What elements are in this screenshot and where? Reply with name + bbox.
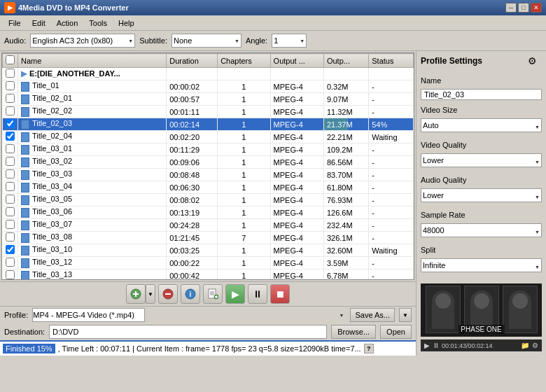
menu-file[interactable]: File — [3, 18, 27, 29]
pause-button[interactable]: ⏸ — [248, 284, 267, 304]
video-size-select[interactable]: Auto — [421, 118, 542, 132]
destination-input[interactable] — [49, 325, 327, 339]
add-button[interactable] — [126, 284, 146, 304]
table-row[interactable]: Title_03_0100:11:291MPEG-4109.2M- — [3, 144, 414, 156]
prev-play-button[interactable]: ▶ — [424, 341, 430, 350]
audio-quality-label: Audio Quality — [421, 176, 542, 184]
gear-icon[interactable]: ⚙ — [528, 55, 542, 69]
table-row[interactable]: Title_03_0500:08:021MPEG-476.93M- — [3, 194, 414, 206]
profile-label: Profile: — [4, 311, 28, 319]
file-table-container[interactable]: Name Duration Chapters Output ... Outp..… — [1, 52, 414, 280]
subtitle-label: Subtitle: — [139, 36, 167, 45]
prev-pause-button[interactable]: ⏸ — [432, 341, 440, 350]
menu-action[interactable]: Action — [51, 18, 84, 29]
prev-folder-button[interactable]: 📁 — [520, 341, 530, 350]
help-button[interactable]: ? — [364, 344, 374, 354]
col-output-size: Outp... — [323, 54, 368, 68]
table-row[interactable]: Title_03_1300:00:421MPEG-46.78M- — [3, 270, 414, 281]
table-row[interactable]: Title_02_0300:02:141MPEG-421.37M54% — [3, 118, 414, 131]
table-row[interactable]: Title_03_0700:24:281MPEG-4232.4M- — [3, 219, 414, 232]
row-checkbox[interactable] — [6, 144, 15, 153]
split-select[interactable]: Infinite — [421, 258, 542, 272]
svg-text:i: i — [190, 290, 192, 298]
minimize-button[interactable]: ─ — [505, 3, 517, 13]
name-input[interactable] — [421, 89, 542, 100]
table-row[interactable]: Title_03_0200:09:061MPEG-486.56M- — [3, 156, 414, 169]
table-row[interactable]: Title_03_1200:00:221MPEG-43.59M- — [3, 257, 414, 270]
video-quality-select[interactable]: Lower — [421, 153, 542, 167]
new-file-button[interactable] — [203, 284, 223, 304]
table-row[interactable]: Title_02_0100:00:571MPEG-49.07M- — [3, 93, 414, 106]
row-checkbox[interactable] — [6, 195, 15, 204]
table-row[interactable]: Title_03_0801:21:457MPEG-4326.1M- — [3, 232, 414, 244]
row-checkbox[interactable] — [6, 258, 15, 267]
row-duration: 00:13:19 — [167, 206, 218, 219]
play-button[interactable]: ▶ — [225, 284, 245, 304]
close-button[interactable]: ✕ — [531, 3, 542, 13]
profile-select[interactable]: MP4 - MPEG-4 Video (*.mp4) — [32, 308, 145, 322]
row-output-size: 109.2M — [323, 144, 368, 156]
destination-row: Destination: Browse... Open — [0, 323, 416, 340]
subtitle-select[interactable]: None — [172, 34, 241, 48]
menu-tools[interactable]: Tools — [83, 18, 113, 29]
row-duration: 01:21:45 — [167, 232, 218, 244]
row-checkbox[interactable] — [6, 245, 15, 254]
angle-select[interactable]: 1 — [272, 34, 307, 48]
row-status: - — [369, 169, 414, 181]
table-row[interactable]: Title_03_0300:08:481MPEG-483.70M- — [3, 169, 414, 181]
row-status: - — [369, 80, 414, 93]
row-output-size: 32.60M — [323, 244, 368, 257]
audio-select[interactable]: English AC3 2ch (0x80) — [30, 34, 135, 48]
info-button[interactable]: i — [181, 284, 200, 304]
profile-arrow[interactable]: ▼ — [399, 308, 412, 322]
table-row[interactable]: Title_03_0400:06:301MPEG-461.80M- — [3, 181, 414, 194]
split-label: Split — [421, 246, 542, 254]
row-checkbox[interactable] — [6, 169, 15, 178]
row-name: Title_03_01 — [18, 144, 167, 156]
row-checkbox[interactable] — [6, 157, 15, 166]
row-output-format: MPEG-4 — [270, 219, 323, 232]
main-layout: Name Duration Chapters Output ... Outp..… — [0, 51, 546, 356]
row-output-size: 22.21M — [323, 131, 368, 144]
open-button[interactable]: Open — [380, 325, 412, 339]
row-checkbox[interactable] — [6, 69, 15, 78]
remove-button[interactable] — [158, 284, 178, 304]
browse-button[interactable]: Browse... — [331, 325, 376, 339]
row-checkbox[interactable] — [6, 81, 15, 90]
video-quality-label: Video Quality — [421, 141, 542, 149]
table-row[interactable]: Title_02_0200:01:111MPEG-411.32M- — [3, 106, 414, 118]
table-row[interactable]: Title_03_1000:03:251MPEG-432.60MWaiting — [3, 244, 414, 257]
row-checkbox[interactable] — [6, 132, 15, 141]
table-row[interactable]: Title_02_0400:02:201MPEG-422.21MWaiting — [3, 131, 414, 144]
row-checkbox[interactable] — [6, 207, 15, 216]
row-output-format: MPEG-4 — [270, 270, 323, 281]
prev-settings-button[interactable]: ⚙ — [531, 341, 539, 350]
row-checkbox[interactable] — [6, 270, 15, 279]
status-highlight: Finished 15% — [3, 344, 55, 354]
audio-quality-select[interactable]: Lower — [421, 188, 542, 202]
maximize-button[interactable]: □ — [518, 3, 529, 13]
stop-button[interactable]: ⏹ — [270, 284, 290, 304]
table-row[interactable]: Title_0100:00:021MPEG-40.32M- — [3, 80, 414, 93]
row-checkbox[interactable] — [6, 106, 15, 115]
menu-help[interactable]: Help — [113, 18, 140, 29]
table-row[interactable]: Title_03_0600:13:191MPEG-4126.6M- — [3, 206, 414, 219]
sample-rate-select[interactable]: 48000 — [421, 223, 542, 237]
angle-label: Angle: — [246, 36, 267, 45]
row-name: Title_03_06 — [18, 206, 167, 219]
row-checkbox[interactable] — [6, 232, 15, 241]
save-as-button[interactable]: Save As... — [350, 308, 395, 322]
menu-edit[interactable]: Edit — [27, 18, 51, 29]
row-chapters: 1 — [218, 131, 270, 144]
select-all-checkbox[interactable] — [6, 55, 15, 64]
add-dropdown[interactable]: ▼ — [146, 284, 155, 304]
table-row[interactable]: ▶E:[DIE_ANOTHER_DAY... — [3, 68, 414, 80]
row-checkbox[interactable] — [6, 220, 15, 229]
row-checkbox[interactable] — [6, 182, 15, 191]
row-name: Title_02_01 — [18, 93, 167, 106]
row-checkbox[interactable] — [6, 119, 15, 128]
row-chapters: 7 — [218, 232, 270, 244]
row-checkbox[interactable] — [6, 94, 15, 103]
row-status: - — [369, 219, 414, 232]
row-duration: 00:11:29 — [167, 144, 218, 156]
